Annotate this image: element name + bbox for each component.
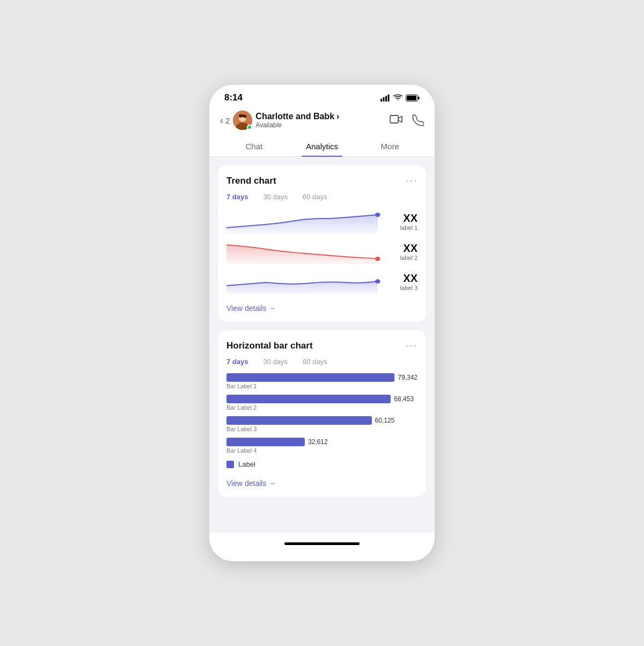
bar-filter-30days[interactable]: 30 days <box>263 358 288 366</box>
bar-label-1: Bar Label 1 <box>226 383 418 389</box>
trend-time-filter: 7 days 30 days 60 days <box>226 193 418 201</box>
online-indicator <box>247 125 252 130</box>
bar-row-4: 32,612 Bar Label 4 <box>226 438 418 454</box>
header-left: ‹ 2 Charlotte and <box>220 111 339 130</box>
legend-label: Label <box>238 460 255 468</box>
bar-legend: Label <box>226 460 418 468</box>
phone-call-button[interactable] <box>412 114 424 126</box>
trend-chart-menu[interactable]: ··· <box>406 175 418 186</box>
video-call-button[interactable] <box>390 114 402 126</box>
contact-name: Charlotte and Babk › <box>255 112 339 121</box>
svg-point-15 <box>375 279 380 284</box>
contact-status: Available <box>255 121 339 129</box>
back-button[interactable]: ‹ 2 <box>220 115 230 126</box>
bar-label-4: Bar Label 4 <box>226 447 418 454</box>
bar-value-row-2: 68,453 <box>226 395 418 403</box>
svg-rect-2 <box>385 96 387 101</box>
svg-rect-3 <box>388 95 390 101</box>
trend-view-details[interactable]: View details → <box>226 304 276 313</box>
bar-fill-4 <box>226 438 305 446</box>
bar-fill-3 <box>226 416 372 425</box>
back-arrow-icon: ‹ <box>220 115 223 126</box>
bar-value-4: 32,612 <box>308 438 328 446</box>
svg-rect-6 <box>407 96 416 100</box>
trend-chart-card: Trend chart ··· 7 days 30 days 60 days <box>218 165 426 322</box>
tab-chat[interactable]: Chat <box>220 136 288 156</box>
bar-value-2: 68,453 <box>394 395 414 403</box>
wifi-icon <box>393 95 402 101</box>
trend-line-2 <box>226 238 384 264</box>
battery-icon <box>406 95 420 101</box>
bar-label-3: Bar Label 3 <box>226 426 418 432</box>
trend-label-1: XX label 1 <box>390 212 418 231</box>
trend-row-1: XX label 1 <box>226 208 418 234</box>
bar-row-2: 68,453 Bar Label 2 <box>226 395 418 411</box>
legend-color-box <box>226 461 234 468</box>
bar-filter-7days[interactable]: 7 days <box>226 358 248 366</box>
trend-row-3: XX label 3 <box>226 268 418 294</box>
svg-rect-0 <box>380 99 382 101</box>
bar-time-filter: 7 days 30 days 60 days <box>226 358 418 366</box>
header-actions <box>390 114 424 126</box>
contact-info: Charlotte and Babk › Available <box>255 112 339 129</box>
bar-chart-card: Horizontal bar chart ··· 7 days 30 days … <box>218 330 426 497</box>
bar-value-row-4: 32,612 <box>226 438 418 446</box>
tab-analytics[interactable]: Analytics <box>288 136 356 156</box>
trend-row-2: XX label 2 <box>226 238 418 264</box>
bar-chart-menu[interactable]: ··· <box>406 340 418 351</box>
avatar <box>233 111 252 130</box>
bar-value-3: 60,125 <box>375 417 395 424</box>
bar-chart-title: Horizontal bar chart <box>226 340 313 351</box>
svg-point-13 <box>375 213 380 217</box>
signal-icon <box>380 95 390 101</box>
trend-chart-title: Trend chart <box>226 176 276 186</box>
trend-filter-7days[interactable]: 7 days <box>226 193 248 201</box>
tab-more[interactable]: More <box>356 136 424 156</box>
status-bar: 8:14 <box>209 85 435 107</box>
status-time: 8:14 <box>224 92 243 103</box>
svg-rect-1 <box>383 97 385 101</box>
trend-line-1 <box>226 208 384 234</box>
tab-bar: Chat Analytics More <box>209 136 435 157</box>
svg-point-14 <box>375 257 380 261</box>
bar-value-row-3: 60,125 <box>226 416 418 425</box>
bar-fill-2 <box>226 395 391 403</box>
status-icons <box>380 95 420 101</box>
trend-label-3: XX label 3 <box>390 272 418 291</box>
bar-row-1: 79,342 Bar Label 1 <box>226 373 418 389</box>
trend-line-3 <box>226 268 384 294</box>
bar-fill-1 <box>226 373 394 382</box>
trend-filter-60days[interactable]: 60 days <box>303 193 327 201</box>
bar-row-3: 60,125 Bar Label 3 <box>226 416 418 432</box>
back-count: 2 <box>225 116 230 125</box>
svg-rect-5 <box>418 97 420 99</box>
chevron-right-icon: › <box>336 112 339 121</box>
header: ‹ 2 Charlotte and <box>209 107 435 136</box>
trend-chart-header: Trend chart ··· <box>226 175 418 186</box>
content-area: Trend chart ··· 7 days 30 days 60 days <box>209 157 435 533</box>
bar-chart-header: Horizontal bar chart ··· <box>226 340 418 351</box>
trend-filter-30days[interactable]: 30 days <box>263 193 288 201</box>
phone-frame: 8:14 <box>209 85 435 561</box>
bar-label-2: Bar Label 2 <box>226 404 418 411</box>
svg-rect-12 <box>390 115 398 123</box>
home-indicator <box>284 542 360 545</box>
bar-value-1: 79,342 <box>398 374 418 381</box>
bar-filter-60days[interactable]: 60 days <box>303 358 327 366</box>
trend-label-2: XX label 2 <box>390 242 418 261</box>
bar-view-details[interactable]: View details → <box>226 479 276 488</box>
bar-value-row-1: 79,342 <box>226 373 418 382</box>
